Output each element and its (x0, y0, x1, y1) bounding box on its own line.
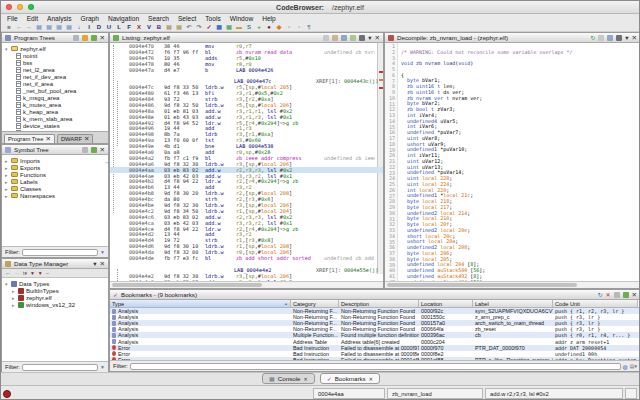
copy-icon[interactable] (598, 35, 604, 41)
filter-pointers-icon[interactable]: ▼ (38, 270, 43, 276)
menu-graph[interactable]: Graph (81, 15, 99, 22)
marker-f-icon[interactable]: F (125, 24, 133, 31)
data-type-archive-windows_vs12_32[interactable]: ▸windows_vs12_32 (2, 301, 108, 308)
program-tree-item-_net_buf_pool_area[interactable]: _net_buf_pool_area (2, 87, 108, 94)
collapse-all-icon[interactable]: − (46, 270, 50, 276)
decompile-hscrollbar[interactable] (385, 281, 640, 288)
menu-edit[interactable]: Edit (27, 15, 38, 22)
marker-b-icon[interactable]: B (155, 24, 163, 31)
dropdown-icon[interactable]: ▾ (93, 261, 96, 267)
archive-icon[interactable]: ▬ (235, 24, 243, 31)
tab-bookmarks[interactable]: ✓Bookmarks✕ (320, 373, 380, 384)
filter-funnel-icon[interactable]: ▼ (100, 364, 105, 370)
data-types-root[interactable]: ▾Data Types (2, 280, 108, 287)
diff-view-icon[interactable] (350, 35, 356, 41)
close-icon[interactable]: ✕ (100, 147, 105, 153)
column-chooser-icon[interactable]: ▤▾ (630, 363, 637, 369)
menu-search[interactable]: Search (148, 15, 169, 22)
program-tree-root[interactable]: ▾zephyr.elf (2, 45, 108, 52)
program-tree-item-bss[interactable]: bss (2, 59, 108, 66)
program-tree-item-net_if_area[interactable]: net_if_area (2, 80, 108, 87)
ghidra-logo-icon[interactable] (3, 390, 11, 398)
close-icon[interactable]: ✕ (632, 292, 637, 298)
snapshot-icon[interactable] (359, 35, 365, 41)
bookmarks-header[interactable]: ✓ Bookmarks - (9 bookmarks) ↻ ✕ ✕ (110, 290, 640, 300)
filter-options-icon[interactable]: ◍ (623, 363, 628, 370)
bookmarks-column-label[interactable]: Label (473, 300, 553, 307)
bookmarks-column-code-unit[interactable]: Code Unit (553, 300, 638, 307)
program-tree-item-k_mutex_area[interactable]: k_mutex_area (2, 101, 108, 108)
data-type-filter-input[interactable] (22, 364, 98, 371)
marker-i-icon[interactable]: I (85, 24, 93, 31)
listing-hscrollbar[interactable] (110, 281, 383, 288)
back-icon[interactable]: ← (15, 24, 23, 31)
close-icon[interactable]: ✕ (100, 261, 105, 267)
menu-help[interactable]: Help (262, 15, 276, 22)
splitter-collapse-icon[interactable]: → (104, 159, 110, 165)
snapshot-icon[interactable] (616, 35, 622, 41)
out-function-icon[interactable]: ▤ (35, 24, 43, 31)
data-type-archive-zephyr.elf[interactable]: ▸zephyr.elf (2, 294, 108, 301)
memory-map-icon[interactable]: ▦ (215, 24, 223, 31)
close-icon[interactable]: ✕ (375, 35, 380, 41)
program-tree-item-k_mem_slab_area[interactable]: k_mem_slab_area (2, 115, 108, 122)
program-tree-item-net_if_dev_area[interactable]: net_if_dev_area (2, 73, 108, 80)
bookmarks-column-location[interactable]: Location (419, 300, 473, 307)
clear-code-icon[interactable]: ▫ (285, 24, 293, 31)
delete-icon[interactable]: ✕ (606, 291, 611, 298)
refresh-icon[interactable]: ↻ (590, 34, 595, 41)
marker-u-icon[interactable]: U (105, 24, 113, 31)
data-type-manager-header[interactable]: Data Type Manager ▾ ✕ (2, 259, 108, 269)
snapshot-icon[interactable] (91, 35, 97, 41)
close-icon[interactable]: ✕ (632, 35, 637, 41)
cursor-location-icon[interactable] (341, 35, 347, 41)
close-icon[interactable]: ✕ (100, 35, 105, 41)
symbol-tree-item-classes[interactable]: ▸Classes (2, 185, 108, 192)
menu-navigation[interactable]: Navigation (108, 15, 139, 22)
magnet-icon[interactable]: ¶ (305, 24, 313, 31)
marker-down-icon[interactable]: ↓ (75, 24, 83, 31)
tree-tab-program-tree[interactable]: Program Tree✕ (4, 134, 55, 143)
select-icon[interactable] (614, 292, 620, 298)
refresh-icon[interactable]: ↻ (597, 291, 602, 298)
diamond-icon[interactable]: ◆ (275, 24, 283, 31)
filter-funnel-icon[interactable]: ▼ (100, 249, 105, 255)
filter-arrays-icon[interactable]: ▼ (30, 270, 35, 276)
program-tree-item-noinit[interactable]: noinit (2, 52, 108, 59)
symbol-tree-item-namespaces[interactable]: ▸Namespaces (2, 192, 108, 199)
program-tree-item-k_heap_area[interactable]: k_heap_area (2, 108, 108, 115)
menu-tools[interactable]: Tools (205, 15, 220, 22)
snapshot-icon[interactable] (91, 147, 97, 153)
prev-range-icon[interactable]: ▤ (55, 24, 63, 31)
save-icon[interactable]: ■ (5, 24, 13, 31)
back-icon[interactable]: ← (5, 270, 11, 276)
expand-all-icon[interactable] (73, 35, 79, 41)
symbol-tree-item-exports[interactable]: ▸Exports (2, 164, 108, 171)
marker-l-icon[interactable]: L (115, 24, 123, 31)
bookmarks-filter-input[interactable] (130, 363, 621, 370)
bookmarks-column-description[interactable]: Description (339, 300, 419, 307)
redo-icon[interactable]: ↷ (195, 24, 203, 31)
script-icon[interactable]: S (245, 24, 253, 31)
program-tree-item-net_l2_area[interactable]: net_l2_area (2, 66, 108, 73)
forward-icon[interactable]: → (14, 270, 20, 276)
display-options-icon[interactable]: t▾ (23, 270, 27, 276)
symbol-tree-header[interactable]: Symbol Tree ✕ (2, 145, 108, 155)
program-trees-header[interactable]: Program Trees ✕ (2, 33, 108, 43)
paste-icon[interactable] (332, 35, 338, 41)
symbol-filter-input[interactable] (22, 249, 98, 256)
dropdown-icon[interactable]: ▾ (625, 35, 628, 41)
marker-x-icon[interactable]: X (135, 24, 143, 31)
menu-window[interactable]: Window (230, 15, 253, 22)
open-folder-icon[interactable] (82, 35, 88, 41)
marker-d-icon[interactable]: D (95, 24, 103, 31)
dropdown-icon[interactable]: ▾ (368, 35, 371, 41)
export-icon[interactable] (607, 35, 613, 41)
program-tree-item-k_msgq_area[interactable]: k_msgq_area (2, 94, 108, 101)
auto-analyze-icon[interactable]: ✓ (205, 24, 213, 31)
copy-icon[interactable]: ▤ (165, 24, 173, 31)
snapshot-icon[interactable] (623, 292, 629, 298)
next-range-icon[interactable]: ▤ (65, 24, 73, 31)
bookmarks-column-category[interactable]: Category (291, 300, 339, 307)
listing-header[interactable]: Listing: zephyr.elf ▾ ✕ (110, 33, 383, 43)
